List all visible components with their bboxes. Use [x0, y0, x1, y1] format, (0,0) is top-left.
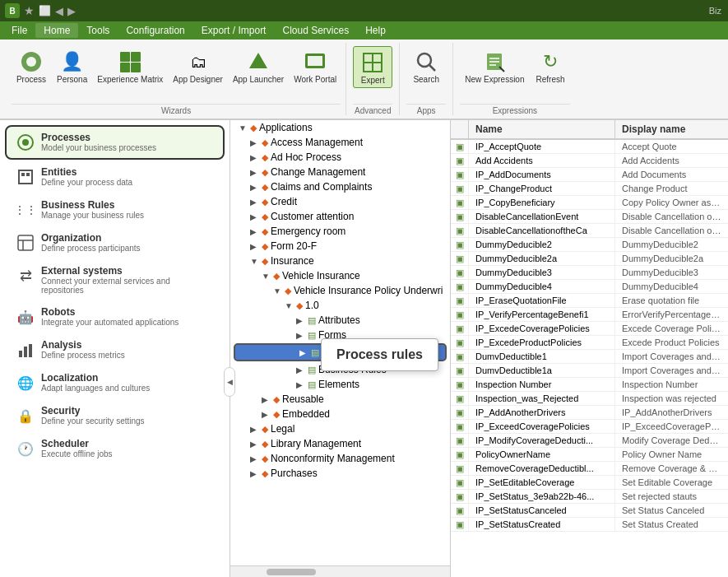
- table-row[interactable]: ▣IP_EraseQuotationFileErase quotation fi…: [451, 294, 728, 308]
- table-row[interactable]: ▣Inspection_was_RejectedInspection was r…: [451, 392, 728, 406]
- table-row[interactable]: ▣IP_AcceptQuoteAccept Quote: [451, 140, 728, 154]
- refresh-button[interactable]: ↻ Refresh: [531, 46, 569, 86]
- table-row[interactable]: ▣IP_SetStatus_3e9ab22b-46...Set rejected…: [451, 490, 728, 504]
- form20f-expand-icon[interactable]: ▶: [250, 242, 262, 251]
- adhoc-expand-icon[interactable]: ▶: [250, 153, 262, 162]
- tree-node-attributes[interactable]: ▶ ▤ Attributes: [230, 313, 450, 328]
- table-row[interactable]: ▣IP_AddAnotherDriversIP_AddAnotherDriver…: [451, 406, 728, 420]
- elements-expand-icon[interactable]: ▶: [296, 380, 308, 389]
- emergency-expand-icon[interactable]: ▶: [250, 227, 262, 236]
- tree-node-v10[interactable]: ▼ ◆ 1.0: [230, 298, 450, 313]
- col-header-name[interactable]: Name: [469, 120, 615, 138]
- nonconformity-expand-icon[interactable]: ▶: [250, 454, 262, 463]
- table-row[interactable]: ▣IP_SetStatusCreatedSet Status Created: [451, 518, 728, 532]
- sidebar-collapse-button[interactable]: ◀: [224, 367, 230, 397]
- table-row[interactable]: ▣IP_VerifyPercentageBenefi1ErrorVerifyPe…: [451, 308, 728, 322]
- tree-node-vehicle-policy[interactable]: ▼ ◆ Vehicle Insurance Policy Underwri: [230, 283, 450, 298]
- back-icon[interactable]: ◀: [55, 5, 63, 17]
- sidebar-item-security[interactable]: 🔒 Security Define your security settings: [7, 400, 223, 431]
- tree-node-claims[interactable]: ▶ ◆ Claims and Complaints: [230, 179, 450, 194]
- customer-expand-icon[interactable]: ▶: [250, 212, 262, 221]
- sidebar-item-entities[interactable]: Entities Define your process data: [7, 161, 223, 193]
- tree-node-customer[interactable]: ▶ ◆ Customer attention: [230, 209, 450, 224]
- table-row[interactable]: ▣IP_SetEditableCoverageSet Editable Cove…: [451, 476, 728, 490]
- new-expression-button[interactable]: New Expression: [460, 46, 529, 86]
- experience-matrix-button[interactable]: Experience Matrix: [93, 46, 167, 86]
- vehicle-expand-icon[interactable]: ▼: [262, 272, 273, 281]
- claims-expand-icon[interactable]: ▶: [250, 183, 262, 192]
- sidebar-item-business-rules[interactable]: ⋮⋮ Business Rules Manage your business r…: [7, 194, 223, 226]
- tree-node-emergency[interactable]: ▶ ◆ Emergency room: [230, 224, 450, 239]
- table-row[interactable]: ▣IP_SetStatusCanceledSet Status Canceled: [451, 504, 728, 518]
- table-row[interactable]: ▣DisableCancellationoftheCaDisable Cance…: [451, 224, 728, 238]
- menu-cloud-services[interactable]: Cloud Services: [274, 23, 357, 38]
- persona-button[interactable]: 👤 Persona: [53, 46, 91, 86]
- tree-node-purchases[interactable]: ▶ ◆ Purchases: [230, 466, 450, 481]
- credit-expand-icon[interactable]: ▶: [250, 198, 262, 207]
- col-header-display[interactable]: Display name: [615, 120, 728, 138]
- table-row[interactable]: ▣DisableCancellationEventDisable Cancell…: [451, 210, 728, 224]
- expressions-expand-icon[interactable]: ▶: [299, 348, 311, 357]
- tree-node-vehicle-insurance[interactable]: ▼ ◆ Vehicle Insurance: [230, 268, 450, 283]
- tree-node-access-mgmt[interactable]: ▶ ◆ Access Management: [230, 135, 450, 150]
- sidebar-item-scheduler[interactable]: 🕐 Scheduler Execute offline jobs: [7, 433, 223, 464]
- tree-node-reusable[interactable]: ▶ ◆ Reusable: [230, 392, 450, 407]
- library-expand-icon[interactable]: ▶: [250, 440, 262, 449]
- sidebar-item-external-systems[interactable]: ⇄ External systems Connect your external…: [7, 260, 223, 300]
- table-row[interactable]: ▣DumvDeductible1Import Coverages and D..…: [451, 350, 728, 364]
- search-button[interactable]: Search: [406, 46, 446, 86]
- attributes-expand-icon[interactable]: ▶: [296, 316, 308, 325]
- change-expand-icon[interactable]: ▶: [250, 168, 262, 177]
- tree-node-legal[interactable]: ▶ ◆ Legal: [230, 421, 450, 436]
- table-row[interactable]: ▣Inspection NumberInspection Number: [451, 378, 728, 392]
- sidebar-item-processes[interactable]: Processes Model your business processes: [5, 125, 225, 160]
- table-row[interactable]: ▣IP_CopyBeneficiaryCopy Policy Owner as …: [451, 196, 728, 210]
- tree-hscroll[interactable]: [230, 565, 450, 577]
- table-row[interactable]: ▣IP_ChangeProductChange Product: [451, 182, 728, 196]
- table-row[interactable]: ▣IP_ExcedeCoveragePoliciesExcede Coverag…: [451, 322, 728, 336]
- expert-button[interactable]: Expert: [353, 46, 392, 88]
- star-icon[interactable]: ★: [24, 4, 35, 17]
- sidebar-item-localization[interactable]: 🌐 Localization Adapt languages and cultu…: [7, 367, 223, 398]
- tree-node-form20f[interactable]: ▶ ◆ Form 20-F: [230, 239, 450, 254]
- menu-configuration[interactable]: Configuration: [118, 23, 192, 38]
- window-icon[interactable]: ⬜: [39, 5, 51, 16]
- tree-node-nonconformity[interactable]: ▶ ◆ Nonconformity Management: [230, 451, 450, 466]
- table-row[interactable]: ▣RemoveCoverageDeductibl...Remove Covera…: [451, 462, 728, 476]
- process-button[interactable]: Process: [12, 46, 51, 86]
- forms-expand-icon[interactable]: ▶: [296, 331, 308, 340]
- menu-tools[interactable]: Tools: [78, 23, 118, 38]
- legal-expand-icon[interactable]: ▶: [250, 425, 262, 434]
- tree-node-embedded[interactable]: ▶ ◆ Embedded: [230, 407, 450, 421]
- policy-expand-icon[interactable]: ▼: [273, 286, 285, 295]
- table-row[interactable]: ▣Add AccidentsAdd Accidents: [451, 154, 728, 168]
- app-designer-button[interactable]: 🗂 App Designer: [169, 46, 227, 86]
- tree-node-insurance[interactable]: ▼ ◆ Insurance: [230, 254, 450, 268]
- table-row[interactable]: ▣IP_ExcedeProductPoliciesExcede Product …: [451, 336, 728, 350]
- menu-home[interactable]: Home: [35, 23, 78, 38]
- forward-icon[interactable]: ▶: [67, 5, 76, 17]
- purchases-expand-icon[interactable]: ▶: [250, 469, 262, 478]
- table-row[interactable]: ▣DummyDeducible3DummyDeducible3: [451, 266, 728, 280]
- bizrules-expand-icon[interactable]: ▶: [296, 365, 308, 375]
- table-row[interactable]: ▣DummyDeducible2DummyDeducible2: [451, 238, 728, 252]
- menu-export-import[interactable]: Export / Import: [193, 23, 275, 38]
- v10-expand-icon[interactable]: ▼: [285, 301, 296, 310]
- sidebar-item-robots[interactable]: 🤖 Robots Integrate your automated applic…: [7, 301, 223, 333]
- sidebar-item-analysis[interactable]: Analysis Define process metrics: [7, 334, 223, 365]
- table-row[interactable]: ▣IP_ModifyCoverageDeducti...Modify Cover…: [451, 434, 728, 448]
- tree-node-elements[interactable]: ▶ ▤ Elements: [230, 377, 450, 392]
- tree-node-change-mgmt[interactable]: ▶ ◆ Change Management: [230, 165, 450, 179]
- tree-node-adhoc[interactable]: ▶ ◆ Ad Hoc Process: [230, 150, 450, 165]
- embedded-expand-icon[interactable]: ▶: [262, 410, 273, 419]
- table-row[interactable]: ▣IP_ExceedCoveragePoliciesIP_ExceedCover…: [451, 420, 728, 434]
- menu-file[interactable]: File: [3, 23, 35, 38]
- reusable-expand-icon[interactable]: ▶: [262, 395, 273, 404]
- table-row[interactable]: ▣PolicyOwnerNamePolicy Owner Name: [451, 448, 728, 462]
- app-launcher-button[interactable]: App Launcher: [229, 46, 288, 86]
- insurance-expand-icon[interactable]: ▼: [250, 257, 262, 266]
- table-row[interactable]: ▣DummyDeducible4DummyDeducible4: [451, 280, 728, 294]
- tree-node-credit[interactable]: ▶ ◆ Credit: [230, 194, 450, 209]
- table-row[interactable]: ▣DummyDeducible2aDummyDeducible2a: [451, 252, 728, 266]
- table-row[interactable]: ▣IP_AddDocumentsAdd Documents: [451, 168, 728, 182]
